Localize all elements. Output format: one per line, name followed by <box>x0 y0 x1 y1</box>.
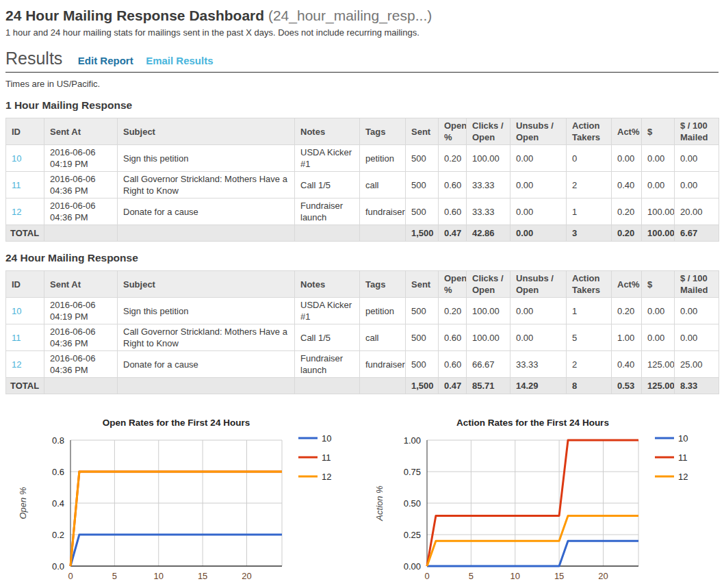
cell: 1.00 <box>612 324 642 351</box>
open-rates-chart: 0.00.20.40.60.805101520101112Open Rates … <box>5 412 362 588</box>
column-header: Notes <box>295 271 360 298</box>
mailing-id-link[interactable]: 11 <box>12 180 21 190</box>
cell: 500 <box>406 145 439 172</box>
cell: 2016-06-06 04:19 PM <box>44 145 118 172</box>
cell: 0.00 <box>675 298 719 324</box>
cell: 100.00 <box>642 199 675 225</box>
column-header: Clicks / Open <box>467 118 510 145</box>
mailing-id-link[interactable]: 10 <box>12 153 21 164</box>
table-row: 112016-06-06 04:36 PMCall Governor Stric… <box>6 172 719 199</box>
cell: 0.20 <box>612 298 642 324</box>
cell: 33.33 <box>510 351 567 378</box>
total-cell <box>360 225 406 242</box>
x-tick-label: 0 <box>424 571 429 581</box>
timezone-note: Times are in US/Pacific. <box>5 79 719 89</box>
column-header: ID <box>6 271 44 298</box>
column-header: Notes <box>295 118 360 145</box>
cell: 33.33 <box>467 199 510 225</box>
email-results-link[interactable]: Email Results <box>146 55 213 66</box>
column-header: $ <box>642 271 675 298</box>
cell: Fundraiser launch <box>295 351 360 378</box>
mailing-id-link[interactable]: 10 <box>12 306 21 316</box>
header-row: IDSent AtSubjectNotesTagsSentOpen %Click… <box>6 271 719 298</box>
table-row: 122016-06-06 04:36 PMDonate for a causeF… <box>6 199 719 225</box>
y-axis-title: Action % <box>374 486 385 522</box>
legend-label: 12 <box>322 472 331 482</box>
page-title: 24 Hour Mailing Response Dashboard (24_h… <box>5 7 719 24</box>
total-cell: 6.67 <box>675 225 719 242</box>
cell: 500 <box>406 172 439 199</box>
column-header: Open % <box>439 271 467 298</box>
page-title-suffix: (24_hour_mailing_resp...) <box>268 8 432 23</box>
charts-row: 0.00.20.40.60.805101520101112Open Rates … <box>5 412 719 588</box>
total-cell <box>360 378 406 394</box>
cell: 500 <box>406 199 439 225</box>
legend-label: 11 <box>322 452 331 463</box>
total-cell: 0.20 <box>612 225 642 242</box>
total-cell: 3 <box>567 225 612 242</box>
x-tick-label: 0 <box>68 571 73 581</box>
twenty-four-hour-section-title: 24 Hour Mailing Response <box>5 252 719 264</box>
cell: Call Governor Strickland: Mothers Have a… <box>118 172 295 199</box>
mailing-id-link[interactable]: 11 <box>12 333 21 343</box>
cell: 0.60 <box>439 324 467 351</box>
mailing-id-link[interactable]: 12 <box>12 207 21 217</box>
cell: 2016-06-06 04:36 PM <box>44 172 118 199</box>
column-header: Tags <box>360 118 406 145</box>
x-tick-label: 20 <box>242 571 251 581</box>
total-cell <box>295 225 360 242</box>
column-header: $ <box>642 118 675 145</box>
cell: 2 <box>567 351 612 378</box>
y-tick-label: 0.2 <box>52 530 64 540</box>
y-tick-label: 0.25 <box>404 530 421 540</box>
cell: 0.00 <box>510 324 567 351</box>
total-cell <box>44 225 118 242</box>
cell-id: 10 <box>6 298 44 324</box>
x-tick-label: 5 <box>469 571 474 581</box>
cell: 125.00 <box>642 351 675 378</box>
results-heading: Results <box>5 49 62 68</box>
total-cell: 0.00 <box>510 225 567 242</box>
header-row: IDSent AtSubjectNotesTagsSentOpen %Click… <box>6 118 719 145</box>
table-row: 122016-06-06 04:36 PMDonate for a causeF… <box>6 351 719 378</box>
cell: Donate for a cause <box>118 351 295 378</box>
results-header: Results Edit Report Email Results <box>5 49 719 73</box>
cell: 0.00 <box>510 172 567 199</box>
edit-report-link[interactable]: Edit Report <box>78 55 133 66</box>
cell: 100.00 <box>467 324 510 351</box>
y-tick-label: 0.50 <box>404 498 421 509</box>
cell: petition <box>360 145 406 172</box>
column-header: Subject <box>118 271 295 298</box>
column-header: Clicks / Open <box>467 271 510 298</box>
total-cell: 0.53 <box>612 378 642 394</box>
cell: 0.00 <box>642 172 675 199</box>
cell: call <box>360 172 406 199</box>
cell: USDA Kicker #1 <box>295 298 360 324</box>
y-tick-label: 0.75 <box>404 467 421 477</box>
cell: 500 <box>406 351 439 378</box>
mailing-id-link[interactable]: 12 <box>12 359 21 370</box>
total-cell: TOTAL <box>6 378 44 394</box>
cell: 0.00 <box>675 172 719 199</box>
cell: Call 1/5 <box>295 324 360 351</box>
cell: Call 1/5 <box>295 172 360 199</box>
twenty-four-hour-mailing-table: IDSent AtSubjectNotesTagsSentOpen %Click… <box>5 270 719 394</box>
cell: 0.60 <box>439 199 467 225</box>
cell: 0.20 <box>439 145 467 172</box>
cell: 0.00 <box>675 145 719 172</box>
column-header: Open % <box>439 118 467 145</box>
total-row: TOTAL1,5000.4742.860.0030.20100.006.67 <box>6 225 719 242</box>
total-cell: 8 <box>567 378 612 394</box>
cell: Sign this petition <box>118 298 295 324</box>
column-header: $ / 100 Mailed <box>675 118 719 145</box>
total-cell <box>118 378 295 394</box>
chart-title: Action Rates for the First 24 Hours <box>456 418 609 428</box>
table-row: 102016-06-06 04:19 PMSign this petitionU… <box>6 298 719 324</box>
cell: 0.00 <box>510 145 567 172</box>
column-header: Sent <box>406 271 439 298</box>
cell: 25.00 <box>675 351 719 378</box>
cell: 0.00 <box>510 298 567 324</box>
series-line-10 <box>427 541 638 566</box>
cell-id: 12 <box>6 199 44 225</box>
y-tick-label: 0.8 <box>52 435 64 446</box>
